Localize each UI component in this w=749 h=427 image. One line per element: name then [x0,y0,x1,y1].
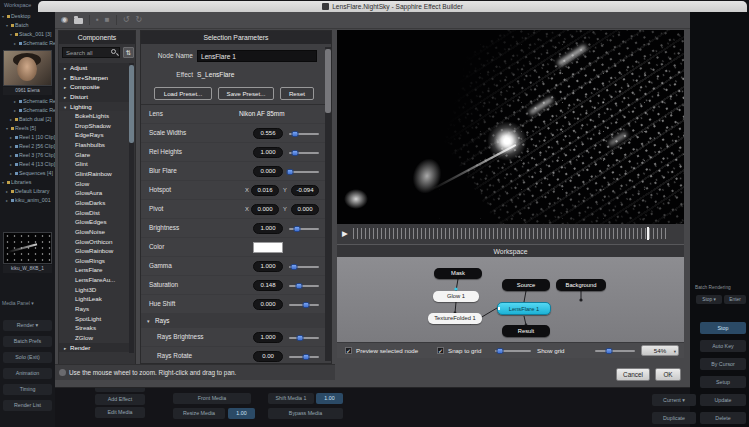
node-name-input[interactable] [197,50,317,62]
slider-handle[interactable] [292,131,299,137]
component-item[interactable]: Glare [59,150,130,160]
node-glow[interactable]: Glow 1 [433,291,479,302]
clip-thumbnail-portrait[interactable] [3,50,52,86]
timeline[interactable] [353,228,667,239]
tree-item[interactable]: ▾Reels [5] [0,124,55,133]
component-item[interactable]: ▸Render [59,343,130,353]
component-item[interactable]: DropShadow [59,121,130,131]
resize-media-value[interactable]: 1.00 [228,408,255,419]
component-item[interactable]: LensFlareAu... [59,275,130,285]
tree-item[interactable]: ▾Batch [0,21,55,30]
value-field[interactable]: 1.000 [253,261,283,272]
render-menu-button[interactable]: Render ▾ [3,320,52,331]
resize-media-button[interactable]: Resize Media [173,408,225,419]
animation-button[interactable]: Animation [3,368,52,379]
tree-item[interactable]: ▸Reel 4 [13 Clip] [0,160,55,169]
component-item[interactable]: ZGlow [59,333,130,343]
reset-button[interactable]: Reset [280,87,314,100]
component-item[interactable]: Rays [59,304,130,314]
slider-handle[interactable] [606,348,613,354]
slider[interactable] [289,337,319,339]
y-value-field[interactable]: -0.094 [291,185,319,196]
auto-key-button[interactable]: Auto Key [700,340,746,352]
component-item[interactable]: ▸Blur+Sharpen [59,73,130,83]
clip-thumbnail-night[interactable] [3,232,52,264]
component-item[interactable]: Glint [59,159,130,169]
x-value-field[interactable]: 0.016 [251,185,279,196]
node-result[interactable]: Result [502,325,550,337]
slider[interactable] [289,356,319,358]
component-item[interactable]: LightLeak [59,294,130,304]
component-item[interactable]: Flashbulbs [59,140,130,150]
slider[interactable] [289,171,319,173]
tree-item[interactable]: ▸Reel 3 [76 Clip] [0,151,55,160]
enter-button[interactable]: Enter [724,295,746,304]
tree-item[interactable]: ▸Schematic Reel [0,39,55,48]
video-preview[interactable] [337,30,684,224]
slider[interactable] [289,152,319,154]
update-button[interactable]: Update [700,394,746,406]
slider[interactable] [289,266,319,268]
ok-button[interactable]: OK [655,368,681,381]
parameters-scrollbar[interactable] [325,47,331,361]
node-texture-folded[interactable]: TextureFolded 1 [428,313,482,324]
node-lensflare-selected[interactable]: LensFlare 1 [497,302,551,315]
component-item[interactable]: ▾Lighting [59,102,130,112]
component-item[interactable]: GlowDarks [59,198,130,208]
media-panel-label[interactable]: Media Panel ▾ [2,300,34,306]
component-item[interactable]: Streaks [59,323,130,333]
snap-to-grid-checkbox[interactable]: ✓ [437,347,444,354]
zoom-level-button[interactable]: 54%▾ [641,345,679,356]
add-effect-button[interactable]: Add Effect [95,394,145,405]
slider-handle[interactable] [297,335,304,341]
batch-prefs-button[interactable]: Batch Prefs [3,336,52,347]
component-item[interactable]: GlowEdges [59,217,130,227]
node-source[interactable]: Source [502,279,550,291]
component-item[interactable]: GlowOrthicon [59,237,130,247]
value-field[interactable]: 0.556 [253,128,283,139]
node-mask[interactable]: Mask [434,268,482,279]
scrollbar-thumb[interactable] [325,49,331,113]
bypass-media-button[interactable]: Bypass Media [268,408,343,419]
value-field[interactable]: 0.148 [253,280,283,291]
stop-menu-button[interactable]: Stop ▾ [696,295,722,304]
scrollbar-thumb[interactable] [129,65,134,143]
tree-item[interactable]: ▸Batch dual [2] [0,115,55,124]
play-button[interactable]: ▶ [340,228,350,239]
slider-handle[interactable] [497,348,504,354]
slider-handle[interactable] [302,302,309,308]
y-value-field[interactable]: 0.000 [291,204,319,215]
value-field[interactable]: 0.000 [253,299,283,310]
stop-button[interactable]: Stop [700,322,746,334]
save-preset-button[interactable]: Save Preset... [218,87,274,100]
tree-item[interactable]: ▸Reel 1 [10 Clip] [0,133,55,142]
component-item[interactable]: SpotLight [59,314,130,324]
new-setup-icon[interactable]: ◉ [61,16,68,24]
tree-item[interactable]: ▾Libraries [0,178,55,187]
value-field[interactable]: 1.000 [253,223,283,234]
playhead[interactable] [647,227,649,240]
value-field[interactable]: 1.000 [253,332,283,343]
slider-handle[interactable] [295,283,302,289]
front-media-button[interactable]: Front Media [173,393,251,404]
component-item[interactable]: GlintRainbow [59,169,130,179]
component-item[interactable]: ▸Adjust [59,63,130,73]
component-item[interactable]: GlowAura [59,188,130,198]
component-item[interactable]: ▸Distort [59,92,130,102]
sort-button[interactable]: ⇅ [123,47,134,58]
edit-media-button[interactable]: Edit Media [95,407,145,418]
slider-handle[interactable] [286,169,293,175]
undo-icon[interactable]: ↺ [123,16,130,24]
param-section-rays[interactable]: ▾ Rays [141,314,325,328]
preview-selected-checkbox[interactable]: ✓ [345,347,352,354]
component-item[interactable]: EdgeRays [59,130,130,140]
slider-handle[interactable] [302,354,309,360]
components-scrollbar[interactable] [129,63,134,353]
zoom-slider[interactable] [595,350,635,352]
component-item[interactable]: Glow [59,179,130,189]
setup-button[interactable]: Setup [700,376,746,388]
cancel-button[interactable]: Cancel [616,368,650,381]
shift-media-value[interactable]: 1.00 [316,393,343,404]
component-item[interactable]: Light3D [59,285,130,295]
by-cursor-button[interactable]: By Cursor [700,358,746,370]
